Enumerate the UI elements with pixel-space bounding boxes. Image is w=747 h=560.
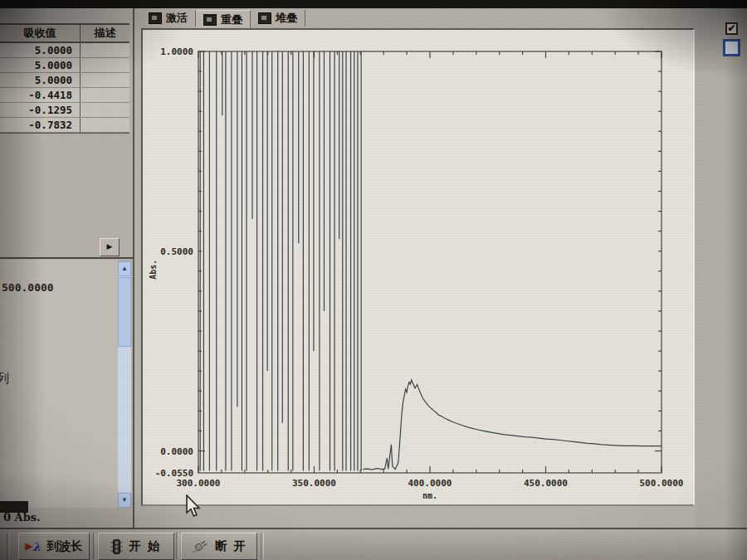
absorbance-cell: 5.0000 bbox=[0, 58, 81, 72]
x-tick-label: 450.0000 bbox=[524, 478, 568, 489]
tab-activate[interactable]: 激活 bbox=[141, 10, 196, 27]
tab-label: 堆叠 bbox=[276, 11, 297, 26]
y-axis-label: Abs. bbox=[149, 260, 158, 280]
absorbance-cell: 5.0000 bbox=[0, 73, 81, 87]
button-label: 开 始 bbox=[129, 538, 161, 554]
plug-icon bbox=[191, 539, 209, 553]
table-row[interactable]: -0.7832 bbox=[0, 118, 129, 133]
disconnect-button[interactable]: 断 开 bbox=[181, 533, 257, 560]
description-cell bbox=[81, 73, 129, 87]
absorbance-cell: -0.7832 bbox=[0, 118, 81, 132]
start-button[interactable]: 开 始 bbox=[98, 533, 174, 560]
column-header-description: 描述 bbox=[81, 25, 129, 41]
tab-label: 重叠 bbox=[221, 12, 242, 27]
tab-overlay[interactable]: 重叠 bbox=[196, 10, 251, 29]
status-absorbance-readout: 0 Abs. bbox=[3, 511, 41, 523]
tab-stack-icon bbox=[258, 12, 271, 24]
description-cell bbox=[81, 103, 129, 117]
x-tick-label: 500.0000 bbox=[640, 478, 684, 489]
absorbance-cell: 5.0000 bbox=[0, 43, 81, 57]
y-tick-label: 0.0000 bbox=[160, 446, 193, 457]
list-item[interactable]: 500.0000 bbox=[2, 281, 54, 294]
scrollbar-thumb[interactable] bbox=[118, 277, 131, 347]
window-top-strip bbox=[0, 0, 747, 8]
vertical-scrollbar[interactable]: ▲ ▼ bbox=[118, 261, 131, 508]
column-header-absorbance: 吸收值 bbox=[0, 25, 81, 41]
description-cell bbox=[81, 118, 129, 132]
chart-tabbar: 激活 重叠 堆叠 bbox=[134, 8, 747, 28]
spectrophotometer-app: 吸收值 描述 5.0000 5.0000 5.0000 -0.4418 -0.1… bbox=[0, 0, 747, 560]
description-cell bbox=[81, 88, 129, 102]
table-row[interactable]: -0.4418 bbox=[0, 88, 129, 103]
list-item[interactable]: 列 bbox=[0, 371, 9, 387]
y-tick-label: -0.0550 bbox=[155, 468, 193, 479]
right-arrow-icon: ▶ bbox=[107, 242, 113, 251]
saturation-spikes bbox=[200, 51, 361, 471]
button-label: 到波长 bbox=[46, 538, 83, 554]
toolbar-groove bbox=[7, 533, 10, 559]
goto-wavelength-icon: ▶λ bbox=[26, 540, 41, 553]
expand-right-button[interactable]: ▶ bbox=[100, 238, 120, 256]
x-tick-label: 400.0000 bbox=[408, 478, 452, 489]
description-cell bbox=[81, 58, 129, 72]
bottom-toolbar: ▶λ 到波长 开 始 断 开 bbox=[0, 528, 747, 560]
right-strip bbox=[695, 8, 747, 529]
goto-wavelength-button[interactable]: ▶λ 到波长 bbox=[18, 533, 90, 560]
spectrum-curve bbox=[363, 380, 662, 470]
toolbar-groove bbox=[176, 533, 179, 559]
absorbance-cell: -0.4418 bbox=[0, 88, 81, 102]
panel-divider bbox=[0, 257, 133, 259]
y-tick-label: 0.5000 bbox=[160, 246, 193, 257]
x-tick-label: 350.0000 bbox=[292, 478, 336, 489]
traffic-light-icon bbox=[110, 539, 123, 554]
chevron-down-icon: ▼ bbox=[121, 496, 128, 504]
y-tick-label: 1.0000 bbox=[160, 46, 193, 57]
spectrum-chart: 300.0000350.0000400.0000450.0000500.0000… bbox=[141, 28, 695, 506]
chevron-up-icon: ▲ bbox=[121, 265, 128, 272]
scroll-down-button[interactable]: ▼ bbox=[118, 493, 131, 508]
checkbox-focused[interactable] bbox=[723, 39, 740, 56]
table-row[interactable]: 5.0000 bbox=[0, 73, 129, 88]
toolbar-groove bbox=[261, 533, 264, 559]
x-axis-label: nm. bbox=[422, 491, 437, 500]
spectrum-chart-svg: 300.0000350.0000400.0000450.0000500.0000… bbox=[143, 30, 693, 504]
left-panel: 吸收值 描述 5.0000 5.0000 5.0000 -0.4418 -0.1… bbox=[0, 8, 134, 529]
table-row[interactable]: -0.1295 bbox=[0, 103, 129, 118]
description-cell bbox=[81, 43, 129, 57]
wavelength-list: 500.0000 列 bbox=[0, 260, 118, 508]
table-row[interactable]: 5.0000 bbox=[0, 43, 129, 58]
button-label: 断 开 bbox=[215, 538, 247, 554]
table-row[interactable]: 5.0000 bbox=[0, 58, 129, 73]
check-icon: ✔ bbox=[727, 22, 735, 34]
tab-overlay-icon bbox=[203, 14, 217, 26]
tab-stack[interactable]: 堆叠 bbox=[251, 10, 305, 27]
absorbance-table: 吸收值 描述 5.0000 5.0000 5.0000 -0.4418 -0.1… bbox=[0, 23, 129, 134]
toolbar-groove bbox=[93, 533, 96, 559]
tab-activate-icon bbox=[149, 12, 162, 24]
checkbox-checked[interactable]: ✔ bbox=[725, 22, 738, 35]
tab-label: 激活 bbox=[166, 11, 188, 26]
scroll-up-button[interactable]: ▲ bbox=[118, 261, 131, 276]
x-tick-label: 300.0000 bbox=[177, 478, 221, 489]
table-header-row: 吸收值 描述 bbox=[0, 25, 129, 43]
absorbance-cell: -0.1295 bbox=[0, 103, 81, 117]
